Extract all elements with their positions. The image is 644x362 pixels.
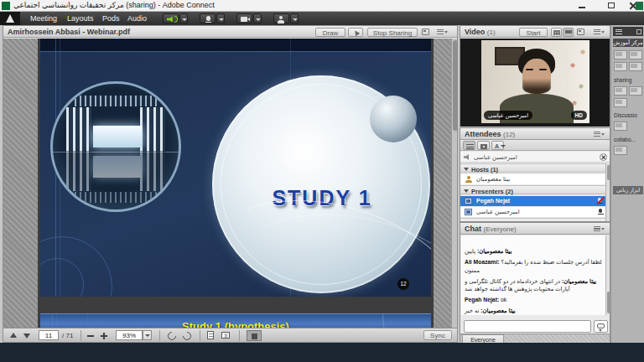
filmstrip-icon	[565, 30, 572, 34]
chat-pod-menu[interactable]	[593, 225, 605, 233]
share-scrollbar[interactable]	[451, 39, 457, 328]
chat-scrollbar-thumb[interactable]	[607, 292, 610, 313]
title-right-icon	[636, 2, 643, 10]
collapse-icon	[464, 168, 469, 171]
presenter-icon	[465, 209, 472, 215]
layout-label-sharing[interactable]: sharing	[614, 77, 631, 83]
menu-meeting[interactable]: Meeting	[30, 14, 57, 23]
page-up-button[interactable]	[10, 333, 17, 338]
photo-skylight-reflect	[93, 156, 142, 178]
page-icon	[207, 331, 214, 339]
adobe-logo[interactable]	[0, 12, 20, 25]
status-dropdown[interactable]	[290, 13, 299, 23]
mic-button[interactable]	[200, 13, 216, 23]
breakout-view-button[interactable]	[477, 141, 490, 150]
start-webcam-button[interactable]: Start	[519, 28, 548, 37]
layout-thumbnail[interactable]	[614, 146, 627, 155]
speaker-dropdown[interactable]	[179, 13, 188, 23]
chat-input[interactable]	[464, 320, 591, 333]
layout-thumbnail[interactable]	[614, 62, 627, 71]
layout-thumbnail[interactable]	[629, 86, 642, 96]
rotate-left-button[interactable]	[168, 332, 176, 340]
share-pod-header: Amirhossein Abbasi - Webinar.pdf Draw St…	[3, 26, 457, 38]
draw-button[interactable]: Draw	[315, 28, 345, 37]
layout-bar: مرکز آموزش sharing Discussio collabo... …	[610, 25, 644, 343]
share-scrollbar-thumb[interactable]	[453, 40, 458, 131]
zoom-level-value[interactable]: 93%	[116, 330, 143, 340]
video-pod-menu[interactable]	[593, 28, 605, 36]
mic-dropdown[interactable]	[216, 13, 225, 23]
attendees-pod-header: Attendees (12)	[460, 128, 610, 140]
zoom-dropdown[interactable]	[143, 330, 152, 340]
grid-view-button[interactable]	[551, 28, 562, 37]
attendees-pod-menu[interactable]	[593, 130, 605, 138]
share-pod-title: Amirhossein Abbasi - Webinar.pdf	[8, 28, 130, 36]
sort-attendees-button[interactable]: A	[491, 141, 504, 150]
chat-message: Ali Moazami: لطفا آدرس جلسات ضبط شده را …	[465, 258, 602, 274]
webcam-dropdown[interactable]	[253, 13, 262, 23]
grid-icon	[553, 30, 560, 35]
menu-audio[interactable]: Audio	[127, 14, 147, 23]
attendees-toolbar: A	[460, 140, 610, 151]
page-number-input[interactable]	[39, 330, 59, 340]
speaker-button[interactable]	[163, 13, 179, 23]
active-speaker-name: امیرحسین عباسی	[474, 154, 517, 161]
attendee-row-host[interactable]: بیتا معصومیان	[460, 174, 606, 184]
attendees-scrollbar[interactable]	[605, 163, 610, 222]
layout-thumbnail[interactable]	[614, 50, 627, 59]
attendee-name: بیتا معصومیان	[476, 176, 510, 183]
attendees-scrollbar-thumb[interactable]	[607, 165, 610, 180]
pan-tool-button[interactable]	[247, 330, 262, 341]
layout-label-custom[interactable]: ابزار زبانی	[613, 186, 643, 194]
menu-layouts[interactable]: Layouts	[67, 14, 94, 23]
chat-pod-title: Chat (Everyone)	[465, 225, 517, 233]
layout-label-training[interactable]: مرکز آموزش	[613, 39, 643, 47]
photo-columns-right	[140, 107, 165, 151]
chevron-down-icon	[219, 18, 224, 21]
video-pod-header: Video (1) Start	[460, 26, 610, 38]
raise-hand-icon	[279, 16, 283, 19]
clear-active-speaker-button[interactable]	[600, 153, 607, 161]
attendee-row-presenter[interactable]: امیرحسین عباسی	[460, 207, 606, 217]
sync-button[interactable]: Sync	[423, 330, 452, 340]
photo-skylight	[93, 126, 142, 147]
attendee-row-selected[interactable]: Pegah Nejat	[460, 196, 606, 206]
photo-reflection	[53, 153, 181, 212]
stop-sharing-button[interactable]: Stop Sharing	[367, 28, 418, 37]
share-pod-menu[interactable]	[436, 28, 448, 36]
breakout-icon	[480, 144, 487, 149]
layout-thumbnail[interactable]	[614, 86, 627, 96]
layout-bar-header[interactable]	[613, 27, 643, 36]
person-eyebrow	[526, 69, 533, 70]
maximize-button[interactable]	[602, 0, 621, 11]
zoom-out-button[interactable]	[87, 328, 97, 343]
arrow-down-icon	[23, 334, 30, 339]
layout-thumbnail[interactable]	[629, 62, 642, 71]
fullscreen-icon	[577, 28, 584, 35]
layout-thumbnail[interactable]	[629, 50, 642, 59]
status-button[interactable]	[273, 13, 289, 23]
pointer-button[interactable]	[348, 28, 363, 37]
webcam-lens-icon	[247, 18, 250, 21]
hosts-section-header[interactable]: Hosts (1)	[460, 163, 606, 173]
layout-label-collaboration[interactable]: collabo...	[614, 137, 636, 142]
menu-pods[interactable]: Pods	[102, 14, 120, 23]
list-view-button[interactable]	[463, 141, 475, 150]
layout-label-discussion[interactable]: Discussio	[614, 112, 637, 118]
presenters-section-header[interactable]: Presenters (2)	[460, 185, 606, 194]
slide-page-number-badge: 12	[397, 278, 409, 290]
page-down-button[interactable]	[23, 334, 30, 339]
collapse-icon	[464, 189, 469, 193]
video-content: امیرحسین عباسی HD	[460, 39, 610, 127]
minimize-button[interactable]	[574, 0, 592, 11]
webcam-button[interactable]	[236, 13, 252, 23]
chat-send-button[interactable]	[594, 320, 608, 333]
rotate-right-button[interactable]	[183, 332, 191, 340]
speaker-wave-icon	[174, 16, 178, 23]
zoom-in-button[interactable]	[101, 328, 111, 343]
filmstrip-view-button[interactable]	[563, 28, 574, 37]
attendees-pod-title: Attendees (12)	[465, 130, 515, 138]
layout-thumbnail[interactable]	[614, 98, 627, 107]
chat-scrollbar[interactable]	[605, 235, 610, 315]
layout-thumbnail[interactable]	[614, 122, 627, 131]
